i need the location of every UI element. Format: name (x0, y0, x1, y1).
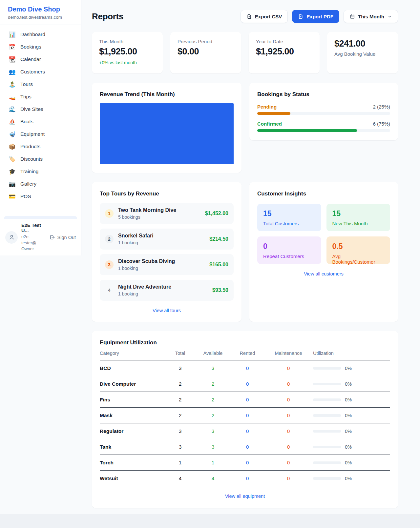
equipment-utilization-title: Equipment Utilization (100, 339, 390, 346)
tour-revenue: $1,452.00 (205, 211, 228, 216)
status-bar-track (257, 129, 390, 132)
nav-item-icon: 📷 (9, 181, 16, 187)
nav-item-icon: 💳 (9, 194, 16, 199)
view-all-customers-link[interactable]: View all customers (257, 271, 390, 276)
customer-insights-title: Customer Insights (257, 191, 390, 197)
utilization-percent: 0% (345, 476, 352, 481)
sidebar-nav-item[interactable]: ⛵ Boats (4, 115, 77, 128)
utilization-percent: 0% (345, 429, 352, 434)
tour-revenue: $165.00 (209, 262, 228, 268)
export-pdf-button[interactable]: Export PDF (292, 10, 339, 23)
insight-value: 15 (332, 209, 385, 218)
chevron-down-icon (387, 14, 392, 19)
insight-tile: 15 New This Month (326, 204, 390, 231)
sidebar-nav-item[interactable]: 🚤 Trips (4, 91, 77, 103)
tour-row: 3 Discover Scuba Diving 1 booking $165.0… (100, 254, 234, 275)
sidebar-nav-item[interactable]: 🏝️ Tours (4, 78, 77, 91)
column-header-total: Total (165, 351, 195, 356)
utilization-percent: 0% (345, 366, 352, 371)
page-bottom-strip (0, 514, 420, 528)
view-all-tours-link[interactable]: View all tours (100, 308, 234, 313)
utilization-bar-track (313, 477, 341, 480)
utilization-percent: 0% (345, 381, 352, 387)
cell-available: 2 (195, 397, 231, 403)
tour-row: 4 Night Dive Adventure 1 booking $93.50 (100, 280, 234, 301)
nav-item-icon: 🌊 (9, 107, 16, 112)
stat-value: $1,925.00 (99, 47, 156, 57)
cell-total: 2 (165, 381, 195, 387)
sidebar-nav-item[interactable]: 📆 Calendar (4, 53, 77, 66)
tour-rank-badge: 4 (105, 286, 114, 294)
sidebar-nav-item[interactable]: 🏷️ Discounts (4, 153, 77, 165)
stat-label: Year to Date (256, 39, 312, 44)
tour-name: Two Tank Morning Dive (118, 207, 200, 213)
utilization-percent: 0% (345, 413, 352, 418)
export-csv-button[interactable]: Export CSV (241, 10, 288, 23)
utilization-bar-track (313, 430, 341, 433)
sign-out-button[interactable]: Sign Out (50, 234, 76, 240)
revenue-trend-chart (100, 103, 234, 164)
avatar (5, 231, 18, 244)
shop-domain: demo.test.divestreams.com (8, 15, 73, 20)
stat-cards: This Month $1,925.00 +0% vs last month P… (92, 32, 398, 73)
cell-available: 4 (195, 476, 231, 481)
nav-item-icon: ⛵ (9, 119, 16, 125)
status-count: 6 (75%) (373, 121, 390, 127)
user-role: Owner (21, 246, 46, 252)
nav-item-icon: 📆 (9, 57, 16, 62)
utilization-bar-track (313, 414, 341, 417)
main-content: Reports Export CSV Export PDF (81, 0, 420, 508)
utilization-bar-track (313, 367, 341, 370)
cell-utilization: 0% (313, 444, 390, 450)
cell-rented: 0 (231, 428, 264, 434)
export-csv-label: Export CSV (255, 14, 282, 19)
cell-available: 3 (195, 444, 231, 450)
sidebar: Demo Dive Shop demo.test.divestreams.com… (0, 0, 81, 255)
cell-maintenance: 0 (264, 460, 313, 466)
tour-revenue: $93.50 (212, 287, 228, 293)
cell-available: 3 (195, 428, 231, 434)
nav-item-label: Dive Sites (20, 106, 43, 112)
view-all-equipment-link[interactable]: View all equipment (100, 494, 390, 499)
sidebar-header: Demo Dive Shop demo.test.divestreams.com (0, 0, 81, 25)
nav-item-icon: 📊 (9, 32, 16, 37)
bookings-by-status-title: Bookings by Status (257, 91, 390, 98)
status-bar-fill (257, 112, 290, 115)
cell-utilization: 0% (313, 460, 390, 465)
status-row: Confirmed 6 (75%) (257, 121, 390, 132)
tour-info: Discover Scuba Diving 1 booking (118, 258, 205, 271)
sidebar-nav-item[interactable]: 📷 Gallery (4, 178, 77, 190)
equipment-table-body: BCD 3 3 0 0 0% Dive Computer 2 (100, 360, 390, 486)
user-name: E2E Test U... (21, 223, 46, 233)
period-dropdown[interactable]: This Month (344, 10, 398, 23)
nav-item-label: Boats (20, 119, 33, 125)
tour-info: Night Dive Adventure 1 booking (118, 284, 208, 296)
insight-value: 15 (263, 209, 315, 218)
sidebar-item-reports-partial[interactable] (4, 216, 77, 219)
cell-category: Fins (100, 397, 165, 403)
sidebar-nav-item[interactable]: 📅 Bookings (4, 41, 77, 53)
sidebar-nav-item[interactable]: 🎓 Training (4, 165, 77, 178)
nav-item-icon: 👥 (9, 69, 16, 75)
cell-maintenance: 0 (264, 413, 313, 418)
revenue-trend-title: Revenue Trend (This Month) (100, 91, 234, 98)
cell-category: Tank (100, 444, 165, 450)
utilization-bar-track (313, 398, 341, 401)
tour-rank-badge: 3 (105, 260, 114, 269)
sidebar-nav-item[interactable]: 💳 POS (4, 190, 77, 203)
tour-bookings: 1 booking (118, 266, 205, 271)
shop-name[interactable]: Demo Dive Shop (8, 6, 73, 13)
stat-card: This Month $1,925.00 +0% vs last month (92, 32, 163, 73)
tour-name: Night Dive Adventure (118, 284, 208, 290)
sidebar-nav-item[interactable]: 👥 Customers (4, 66, 77, 78)
sidebar-nav-item[interactable]: 🤿 Equipment (4, 128, 77, 140)
nav-item-label: Tours (20, 81, 33, 87)
file-download-icon (298, 14, 304, 19)
tour-rank-badge: 2 (105, 235, 114, 243)
cell-rented: 0 (231, 460, 264, 466)
tour-bookings: 1 booking (118, 240, 205, 245)
sidebar-nav-item[interactable]: 📦 Products (4, 140, 77, 153)
sidebar-nav-item[interactable]: 🌊 Dive Sites (4, 103, 77, 115)
insight-label: Repeat Customers (263, 254, 315, 259)
sidebar-nav-item[interactable]: 📊 Dashboard (4, 28, 77, 41)
